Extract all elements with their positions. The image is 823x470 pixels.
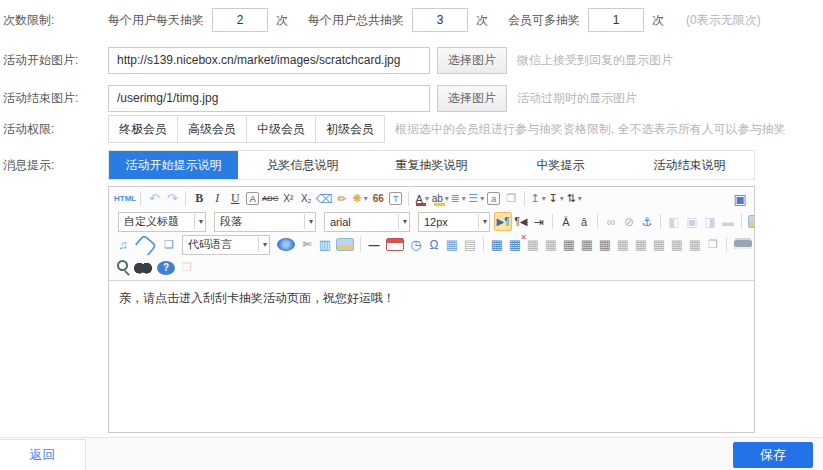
font-border-icon[interactable]: A — [246, 192, 259, 205]
tab-win-notice[interactable]: 中奖提示 — [496, 151, 625, 179]
back-button[interactable]: 返回 — [0, 439, 86, 470]
total-input[interactable] — [412, 8, 468, 32]
doc-icon[interactable]: ❐ — [704, 235, 722, 254]
form-icon[interactable]: ▤ — [461, 235, 479, 254]
table-title-icon[interactable]: ▦ — [542, 235, 560, 254]
bold-icon[interactable]: B — [190, 189, 208, 208]
limits-note: (0表示无限次) — [686, 12, 761, 29]
unlink-icon[interactable]: ⊘ — [620, 212, 638, 231]
rtl-icon[interactable]: ¶◀ — [512, 212, 530, 231]
member-extra-unit: 次 — [652, 12, 664, 29]
font-color-icon[interactable]: A — [413, 189, 431, 208]
image-align-right-icon[interactable]: ◨ — [701, 212, 719, 231]
member-junior-button[interactable]: 初级会员 — [315, 115, 385, 143]
help-icon[interactable]: ? — [157, 261, 175, 275]
template-icon[interactable] — [336, 238, 354, 251]
insert-audio-icon[interactable]: ♫ — [114, 235, 132, 254]
html-source-icon[interactable]: HTML — [114, 189, 136, 208]
line-height-icon[interactable]: ⇅ — [565, 189, 583, 208]
merge-right-icon[interactable]: ▦ — [632, 235, 650, 254]
insert-table-icon[interactable]: ▦ — [488, 235, 506, 254]
font-size-select[interactable]: 12px — [418, 212, 490, 232]
anchor-icon[interactable]: ⚓ — [638, 212, 656, 231]
horizontal-rule-icon[interactable]: — — [365, 235, 383, 254]
ltr-icon[interactable]: ▶¶ — [494, 212, 512, 231]
start-image-pick-button[interactable]: 选择图片 — [437, 47, 507, 74]
spreadsheet-icon[interactable]: ▦ — [443, 235, 461, 254]
link-icon[interactable]: ∞ — [602, 212, 620, 231]
member-group: 终极会员 高级会员 中级会员 初级会员 — [108, 115, 385, 143]
start-image-input[interactable] — [108, 47, 430, 74]
auto-typeset-icon[interactable]: ❋ — [351, 189, 369, 208]
date-icon[interactable] — [386, 238, 404, 251]
fullscreen-icon[interactable]: ▣ — [731, 189, 749, 208]
paragraph-spacing-top-icon[interactable]: ↥ — [529, 189, 547, 208]
page-break-icon[interactable]: ✄ — [298, 235, 316, 254]
insert-columns-icon[interactable]: ▥ — [316, 235, 334, 254]
member-intermediate-button[interactable]: 中级会员 — [246, 115, 316, 143]
tab-repeat-draw-note[interactable]: 重复抽奖说明 — [367, 151, 496, 179]
blockquote-icon[interactable]: 66 — [369, 189, 387, 208]
time-icon[interactable]: ◷ — [407, 235, 425, 254]
table-caption-icon[interactable]: ▦ — [524, 235, 542, 254]
merge-down-icon[interactable]: ▦ — [650, 235, 668, 254]
special-char-icon[interactable]: Ω — [425, 235, 443, 254]
subscript-icon[interactable]: X₂ — [297, 189, 315, 208]
italic-icon[interactable]: I — [208, 189, 226, 208]
preview-icon[interactable] — [114, 258, 132, 277]
superscript-icon[interactable]: X² — [279, 189, 297, 208]
format-painter-icon[interactable]: ✏ — [333, 189, 351, 208]
unordered-list-icon[interactable]: ☰ — [467, 189, 485, 208]
insert-image-icon[interactable] — [748, 215, 754, 228]
split-cols-icon[interactable]: ▦ — [686, 235, 704, 254]
per-day-input[interactable] — [212, 8, 268, 32]
paragraph-select[interactable]: 段落 — [214, 212, 316, 232]
indent-icon[interactable]: ⇥ — [530, 212, 548, 231]
member-extra-input[interactable] — [588, 8, 644, 32]
ordered-list-icon[interactable]: ≣ — [449, 189, 467, 208]
tab-activity-end-note[interactable]: 活动结束说明 — [625, 151, 754, 179]
tab-redeem-info[interactable]: 兑奖信息说明 — [238, 151, 367, 179]
delete-table-icon[interactable]: ▦ — [506, 235, 524, 254]
merge-cells-icon[interactable]: ▦ — [614, 235, 632, 254]
baidu-map-icon[interactable] — [277, 238, 295, 251]
strikethrough-icon[interactable]: ABC — [261, 189, 279, 208]
background-color-icon[interactable]: ab — [431, 189, 449, 208]
image-align-left-icon[interactable]: ◧ — [665, 212, 683, 231]
to-lowercase-icon[interactable]: â — [575, 212, 593, 231]
save-button[interactable]: 保存 — [733, 442, 813, 468]
paste-plain-icon[interactable]: T — [389, 192, 402, 205]
editor-content[interactable]: 亲，请点击进入刮刮卡抽奖活动页面，祝您好运哦！ — [109, 281, 754, 432]
toolbar-separator — [726, 237, 727, 252]
custom-title-select[interactable]: 自定义标题 — [118, 212, 206, 232]
code-language-select[interactable]: 代码语言 — [182, 235, 270, 255]
split-cell-icon[interactable]: ▦ — [596, 235, 614, 254]
split-rows-icon[interactable]: ▦ — [668, 235, 686, 254]
paste-icon[interactable]: ❐ — [178, 258, 196, 277]
underline-icon[interactable]: U — [226, 189, 244, 208]
tab-activity-start-note[interactable]: 活动开始提示说明 — [109, 151, 238, 179]
image-align-center-icon[interactable]: ▣ — [683, 212, 701, 231]
image-align-none-icon[interactable]: ▬ — [719, 212, 737, 231]
font-family-select[interactable]: arial — [324, 212, 410, 232]
to-uppercase-icon[interactable]: Â — [557, 212, 575, 231]
redo-icon[interactable]: ↷ — [163, 189, 181, 208]
print-icon[interactable] — [734, 240, 752, 249]
attachment-icon[interactable] — [135, 233, 158, 255]
member-ultimate-button[interactable]: 终极会员 — [108, 115, 178, 143]
clear-doc-icon[interactable]: ❐ — [502, 189, 520, 208]
start-image-label: 活动开始图片: — [0, 52, 108, 69]
toolbar-separator — [597, 214, 598, 229]
undo-icon[interactable]: ↶ — [145, 189, 163, 208]
member-senior-button[interactable]: 高级会员 — [177, 115, 247, 143]
insert-row-icon[interactable]: ▦ — [560, 235, 578, 254]
search-replace-icon[interactable] — [134, 261, 152, 274]
remove-format-icon[interactable]: ⌫ — [315, 189, 333, 208]
paragraph-spacing-bottom-icon[interactable]: ↧ — [547, 189, 565, 208]
insert-col-icon[interactable]: ▦ — [578, 235, 596, 254]
end-image-input[interactable] — [108, 85, 430, 112]
select-all-icon[interactable]: a — [487, 192, 500, 205]
end-image-pick-button[interactable]: 选择图片 — [437, 85, 507, 112]
toolbar-row-2: 自定义标题 段落 arial 12px ▶¶ ¶◀ ⇥ Â — [109, 210, 754, 233]
insert-iframe-icon[interactable]: ❏ — [160, 235, 178, 254]
